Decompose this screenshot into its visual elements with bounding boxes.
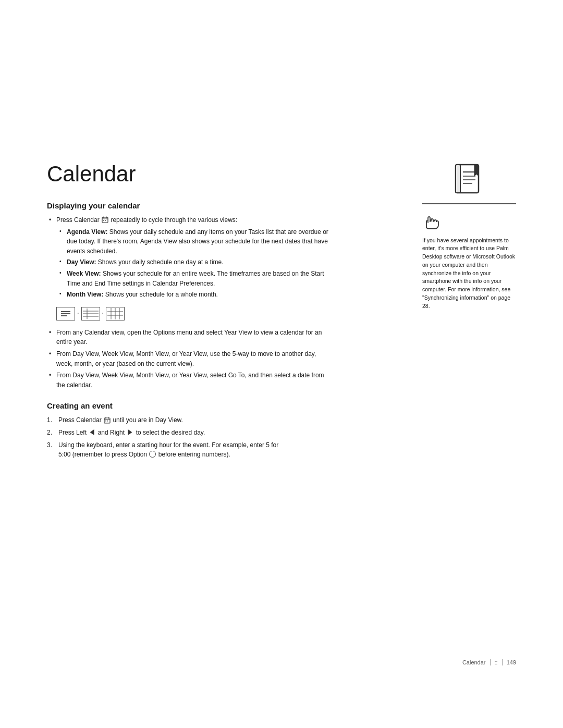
year-view-bullet: From any Calendar view, open the Options… <box>47 328 334 347</box>
view-icons-row: · · <box>56 307 334 320</box>
icon-separator-2: · <box>102 310 104 318</box>
month-view-icon <box>106 307 125 320</box>
hand-icon <box>422 212 442 231</box>
step-3: Using the keyboard, enter a starting hou… <box>47 440 334 460</box>
svg-marker-21 <box>90 429 94 435</box>
month-view-item: Month View: Shows your schedule for a wh… <box>56 290 334 300</box>
section-displaying: Displaying your calendar Press Calendar … <box>47 201 334 390</box>
creating-steps-list: Press Calendar until you are in Day View… <box>47 415 334 459</box>
sidebar-divider <box>422 203 516 204</box>
svg-rect-4 <box>103 220 104 221</box>
calendar-icon-inline <box>102 216 108 223</box>
week-view-item: Week View: Shows your schedule for an en… <box>56 269 334 288</box>
right-arrow-icon <box>127 429 133 436</box>
agenda-view-item: Agenda View: Shows your daily schedule a… <box>56 227 334 256</box>
goto-bullet: From Day View, Week View, Month View, or… <box>47 371 334 390</box>
calendar-icon-step1 <box>104 417 111 424</box>
section-heading-displaying: Displaying your calendar <box>47 201 334 210</box>
page-title: Calendar <box>47 162 334 187</box>
step-2: Press Left and Right to select the desir… <box>47 428 334 438</box>
list-item-intro: Press Calendar repeatedly to cycle throu… <box>47 215 334 300</box>
svg-rect-20 <box>107 421 108 422</box>
option-icon <box>149 451 156 458</box>
step-1: Press Calendar until you are in Day View… <box>47 415 334 425</box>
footer-page-number: 149 <box>507 659 516 665</box>
sidebar-note: If you have several appointments to ente… <box>422 237 516 311</box>
views-sub-list: Agenda View: Shows your daily schedule a… <box>56 227 334 300</box>
section-heading-creating: Creating an event <box>47 401 334 410</box>
day-view-icon <box>81 307 100 320</box>
svg-rect-5 <box>105 220 106 221</box>
main-content: Calendar Displaying your calendar Press … <box>47 162 334 466</box>
sidebar-top-icon-container <box>422 162 516 197</box>
section-creating: Creating an event Press Calendar until y… <box>47 401 334 459</box>
footer-divider <box>490 659 491 665</box>
displaying-bullet-list: Press Calendar repeatedly to cycle throu… <box>47 215 334 300</box>
sidebar-hand-icon-container <box>422 212 516 231</box>
5way-bullet: From Day View, Week View, Month View, or… <box>47 349 334 368</box>
day-view-item: Day View: Shows your daily schedule one … <box>56 257 334 267</box>
svg-rect-24 <box>456 165 460 193</box>
agenda-view-icon <box>56 307 75 320</box>
left-arrow-icon <box>89 429 95 436</box>
svg-marker-22 <box>128 429 132 435</box>
page: Calendar Displaying your calendar Press … <box>0 0 563 728</box>
footer: Calendar :: 149 <box>462 659 516 665</box>
calendar-book-icon <box>451 162 487 197</box>
footer-text-left: Calendar <box>462 659 486 665</box>
sidebar: If you have several appointments to ente… <box>422 162 516 310</box>
footer-divider-2 <box>502 659 503 665</box>
footer-separator: :: <box>495 659 498 665</box>
displaying-extra-bullets: From any Calendar view, open the Options… <box>47 328 334 390</box>
svg-rect-19 <box>105 421 106 422</box>
icon-separator-1: · <box>77 310 79 318</box>
